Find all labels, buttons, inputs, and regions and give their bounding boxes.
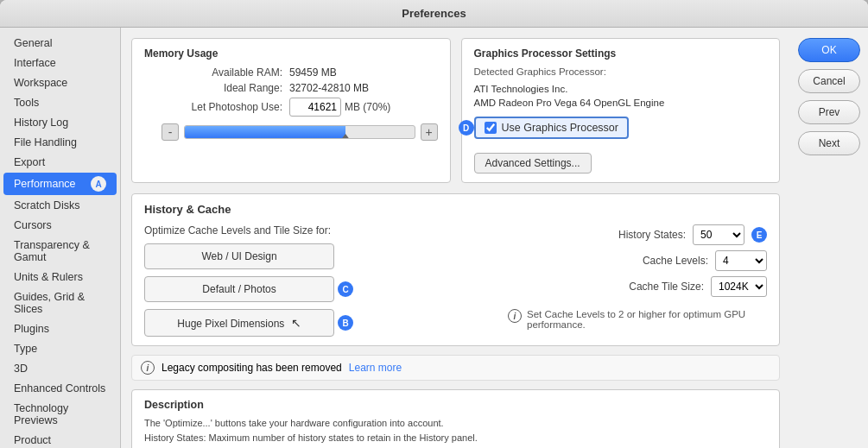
ok-button[interactable]: OK [798, 38, 860, 62]
sidebar-item-3d[interactable]: 3D [3, 359, 117, 378]
cache-info-text: Set Cache Levels to 2 or higher for opti… [527, 309, 767, 330]
sidebar-item-workspace[interactable]: Workspace [3, 73, 117, 92]
cache-levels-label: Cache Levels: [643, 255, 708, 267]
cancel-button[interactable]: Cancel [798, 69, 860, 93]
badge-a: A [91, 176, 106, 192]
ideal-range-label: Ideal Range: [144, 82, 282, 94]
sidebar-item-general[interactable]: General [3, 34, 117, 53]
sidebar-item-label-history-log: History Log [14, 117, 68, 129]
sidebar-item-label-performance: Performance [14, 178, 76, 190]
cache-tile-size-label: Cache Tile Size: [629, 281, 704, 293]
plus-icon: + [425, 125, 432, 139]
huge-pixel-button[interactable]: Huge Pixel Dimensions ↖ [144, 309, 334, 337]
web-ui-design-button[interactable]: Web / UI Design [144, 243, 334, 269]
use-gpu-checkbox[interactable] [485, 122, 497, 134]
sidebar-item-label-general: General [14, 37, 52, 49]
sidebar: GeneralInterfaceWorkspaceToolsHistory Lo… [0, 28, 121, 448]
description-title: Description [144, 399, 767, 411]
sidebar-item-label-export: Export [14, 156, 45, 168]
huge-pixel-label: Huge Pixel Dimensions [177, 318, 284, 330]
sidebar-item-export[interactable]: Export [3, 153, 117, 172]
prev-button[interactable]: Prev [798, 100, 860, 124]
available-ram-value: 59459 MB [289, 66, 337, 79]
legacy-info-icon: i [141, 361, 155, 375]
sidebar-item-label-units-rulers: Units & Rulers [14, 271, 83, 283]
sidebar-item-label-enhanced-controls: Enhanced Controls [14, 382, 105, 394]
gpu-panel: Graphics Processor Settings Detected Gra… [461, 38, 781, 183]
let-photoshop-label: Let Photoshop Use: [144, 101, 282, 113]
info-icon: i [508, 309, 522, 323]
sidebar-item-label-type: Type [14, 343, 37, 355]
sidebar-item-units-rulers[interactable]: Units & Rulers [3, 268, 117, 287]
let-photoshop-input[interactable] [289, 98, 341, 117]
sidebar-item-transparency-gamut[interactable]: Transparency & Gamut [3, 236, 117, 267]
gpu-section-title: Graphics Processor Settings [474, 47, 768, 60]
badge-d: D [459, 120, 474, 136]
sidebar-item-interface[interactable]: Interface [3, 54, 117, 73]
gpu-name: ATI Technologies Inc. AMD Radeon Pro Veg… [474, 82, 768, 110]
gpu-detected-label: Detected Graphics Processor: [474, 66, 768, 77]
sidebar-item-label-tools: Tools [14, 97, 39, 109]
sidebar-item-label-interface: Interface [14, 57, 56, 69]
description-text: The 'Optimize...' buttons take your hard… [144, 416, 767, 448]
cache-tile-size-row: Cache Tile Size: 1024K [629, 276, 767, 297]
use-gpu-row: D Use Graphics Processor [474, 117, 629, 139]
history-states-select[interactable]: 50 [693, 224, 744, 245]
cache-controls: History States: 50 E Cache Levels: 4 [348, 224, 767, 337]
sidebar-item-file-handling[interactable]: File Handling [3, 133, 117, 152]
history-states-label: History States: [618, 229, 686, 241]
sidebar-item-history-log[interactable]: History Log [3, 113, 117, 132]
legacy-text: Legacy compositing has been removed [162, 362, 342, 374]
cache-tile-size-select[interactable]: 1024K [711, 276, 767, 297]
sidebar-item-label-plugins: Plugins [14, 323, 49, 335]
sidebar-item-type[interactable]: Type [3, 339, 117, 358]
gpu-name-line2: AMD Radeon Pro Vega 64 OpenGL Engine [474, 98, 665, 108]
memory-panel: Memory Usage Available RAM: 59459 MB Ide… [131, 38, 451, 183]
advanced-settings-button[interactable]: Advanced Settings... [474, 153, 592, 174]
sidebar-item-label-technology-previews: Technology Previews [14, 402, 106, 426]
history-cache-section: History & Cache Optimize Cache Levels an… [131, 193, 780, 346]
sidebar-item-label-workspace: Workspace [14, 77, 67, 89]
sidebar-item-plugins[interactable]: Plugins [3, 319, 117, 338]
use-gpu-label: Use Graphics Processor [502, 122, 618, 134]
sidebar-item-enhanced-controls[interactable]: Enhanced Controls [3, 379, 117, 398]
memory-unit: MB (70%) [345, 101, 390, 113]
sidebar-item-label-guides-grid-slices: Guides, Grid & Slices [14, 291, 106, 315]
sidebar-item-label-file-handling: File Handling [14, 136, 77, 148]
sidebar-item-tools[interactable]: Tools [3, 93, 117, 112]
available-ram-label: Available RAM: [144, 66, 282, 79]
sidebar-item-scratch-disks[interactable]: Scratch Disks [3, 196, 117, 215]
cache-buttons-group: Web / UI Design Default / Photos C Huge … [144, 243, 334, 337]
legacy-notice: i Legacy compositing has been removed Le… [131, 355, 780, 381]
action-buttons: OK Cancel Prev Next [790, 28, 868, 448]
title-bar: Preferences [0, 0, 868, 28]
optimize-label: Optimize Cache Levels and Tile Size for: [144, 224, 334, 237]
memory-increase-button[interactable]: + [421, 123, 438, 141]
badge-e: E [751, 227, 767, 243]
cache-levels-row: Cache Levels: 4 [643, 250, 767, 271]
window-title: Preferences [402, 7, 466, 20]
preferences-window: Preferences GeneralInterfaceWorkspaceToo… [0, 0, 868, 448]
sidebar-item-product-improvement[interactable]: Product Improvement [3, 431, 117, 448]
cache-levels-select[interactable]: 4 [715, 250, 767, 271]
sidebar-item-performance[interactable]: PerformanceA [3, 173, 117, 195]
next-button[interactable]: Next [798, 131, 860, 155]
sidebar-item-guides-grid-slices[interactable]: Guides, Grid & Slices [3, 287, 117, 319]
cache-info-note: i Set Cache Levels to 2 or higher for op… [508, 309, 767, 330]
sidebar-item-label-product-improvement: Product Improvement [14, 434, 106, 448]
sidebar-item-cursors[interactable]: Cursors [3, 216, 117, 235]
ideal-range-value: 32702-42810 MB [289, 82, 369, 94]
default-photos-button[interactable]: Default / Photos [144, 276, 334, 302]
learn-more-link[interactable]: Learn more [349, 362, 402, 374]
sidebar-item-label-scratch-disks: Scratch Disks [14, 199, 79, 211]
main-content: Memory Usage Available RAM: 59459 MB Ide… [121, 28, 790, 448]
sidebar-item-label-transparency-gamut: Transparency & Gamut [14, 239, 106, 263]
cursor-icon: ↖ [291, 316, 301, 330]
memory-decrease-button[interactable]: - [162, 123, 179, 141]
history-cache-title: History & Cache [144, 203, 767, 216]
memory-slider[interactable] [184, 125, 415, 139]
description-section: Description The 'Optimize...' buttons ta… [131, 389, 780, 448]
badge-b: B [338, 315, 353, 331]
sidebar-item-technology-previews[interactable]: Technology Previews [3, 399, 117, 430]
gpu-name-line1: ATI Technologies Inc. [474, 84, 568, 94]
